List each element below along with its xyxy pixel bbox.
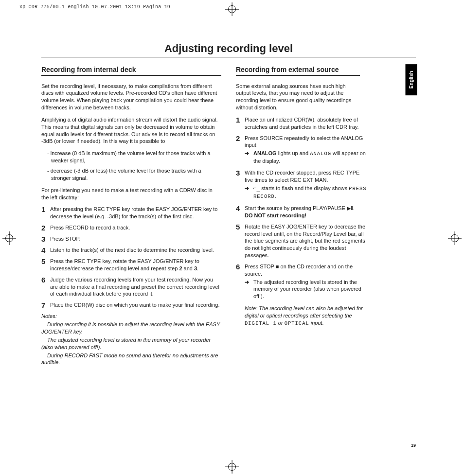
left-para-1: Set the recording level, if necessary, t… xyxy=(41,83,221,111)
crop-mark-right xyxy=(447,231,462,246)
remote-icon: ⌐_ xyxy=(253,185,260,192)
right-steps: 1Place an unfinalized CDR(W), absolutely… xyxy=(236,116,367,301)
right-step-2: Press SOURCE repeatedly to select the AN… xyxy=(245,135,367,166)
left-step-2: Press RECORD to record a track. xyxy=(50,224,221,231)
page-content: Adjusting recording level Recording from… xyxy=(41,41,416,367)
step-number: 6 xyxy=(41,276,50,298)
step-number: 5 xyxy=(41,258,50,272)
chapter-title: Adjusting recording level xyxy=(41,41,416,57)
right-heading: Recording from external source xyxy=(236,65,360,76)
left-step-4: Listen to the track(s) of the next disc … xyxy=(50,247,221,254)
step-number: 5 xyxy=(236,223,245,259)
step-number: 2 xyxy=(236,135,245,166)
left-step-6: Judge the various recording levels from … xyxy=(50,276,221,298)
right-step-3: With the CD recorder stopped, press REC … xyxy=(245,169,367,201)
right-step-5: Rotate the EASY JOG/ENTER key to decreas… xyxy=(245,223,367,259)
left-heading: Recording from internal deck xyxy=(41,65,221,76)
left-bullet-list: - increase (0 dB is maximum) the volume … xyxy=(47,150,221,181)
left-step-1: After pressing the REC TYPE key rotate t… xyxy=(50,206,221,220)
right-note: Note: The recording level can also be ad… xyxy=(245,305,371,327)
left-notes: Notes: During recording it is possible t… xyxy=(41,313,221,366)
arrow-icon: ➜ xyxy=(245,150,253,164)
step-number: 7 xyxy=(41,301,50,309)
step-number: 3 xyxy=(41,235,50,243)
right-para-1: Some external analog sources have such h… xyxy=(236,83,360,111)
right-step-6: Press STOP ■ on the CD recorder and on t… xyxy=(245,263,367,301)
left-step-7: Place the CDR(W) disc on which you want … xyxy=(50,301,221,309)
step-number: 3 xyxy=(236,169,245,201)
page-number: 19 xyxy=(411,442,416,448)
crop-mark-bottom xyxy=(225,459,239,474)
notes-title: Notes: xyxy=(41,313,221,320)
left-note-3: During RECORD FAST mode no sound and the… xyxy=(41,352,221,367)
left-bullet-1: - increase (0 dB is maximum) the volume … xyxy=(47,150,221,164)
arrow-icon: ➜ xyxy=(245,185,253,200)
left-step-3: Press STOP. xyxy=(50,235,221,243)
play-pause-icon: ▶Ⅱ xyxy=(347,205,353,211)
print-metadata-header: xp CDR 775/00.1 english 10-07-2001 13:19… xyxy=(19,4,170,11)
left-steps: 1After pressing the REC TYPE key rotate … xyxy=(41,206,221,309)
right-step-1: Place an unfinalized CDR(W), absolutely … xyxy=(245,116,367,131)
left-bullet-2: - decrease (-3 dB or less) the volume le… xyxy=(47,167,221,182)
step-number: 1 xyxy=(41,206,50,220)
step-number: 6 xyxy=(236,263,245,301)
language-tab: English xyxy=(406,64,417,95)
arrow-icon: ➜ xyxy=(245,279,253,300)
right-step-4: Start the source by pressing PLAY/PAUSE … xyxy=(245,205,367,219)
left-para-3: For pre-listening you need to make a tes… xyxy=(41,187,221,201)
right-column: English Recording from external source S… xyxy=(236,65,416,368)
crop-mark-top xyxy=(225,2,239,17)
step-number: 4 xyxy=(236,205,245,219)
left-column: Recording from internal deck Set the rec… xyxy=(41,65,221,368)
step-number: 2 xyxy=(41,224,50,231)
left-note-1: During recording it is possible to adjus… xyxy=(41,321,221,335)
left-step-5: Press the REC TYPE key, rotate the EASY … xyxy=(50,258,221,272)
step-number: 4 xyxy=(41,247,50,254)
crop-mark-left xyxy=(2,231,17,246)
left-note-2: The adjusted recording level is stored i… xyxy=(41,336,221,351)
left-para-2: Amplifying a of digital audio informatio… xyxy=(41,116,221,145)
step-number: 1 xyxy=(236,116,245,131)
